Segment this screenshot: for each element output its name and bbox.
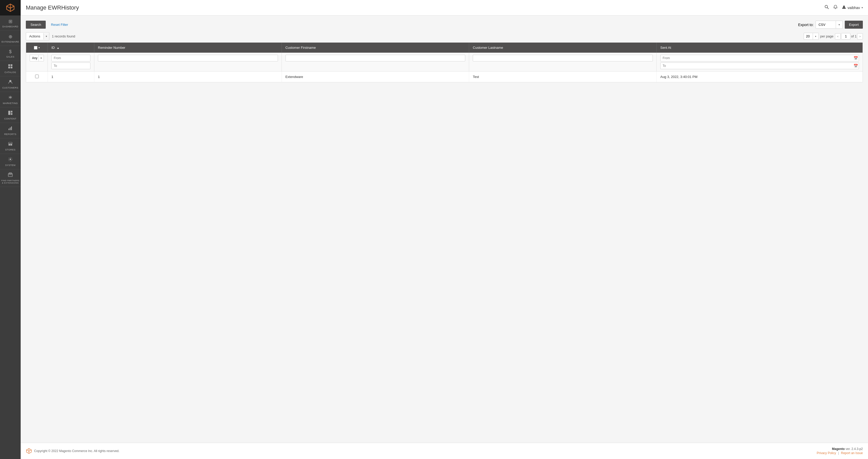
sent-at-to-wrap: 📅 [660,63,859,69]
sidebar-item-label: MARKETING [3,102,18,104]
sidebar-item-dashboard[interactable]: ⊞ DASHBOARD [0,15,21,31]
id-from-wrap [52,55,90,61]
svg-rect-5 [8,111,10,115]
topbar-actions: vaibhav ▾ [824,5,863,10]
records-found: 1 records found [52,34,75,38]
svg-rect-2 [8,67,10,68]
footer-version: ver. 2.4.3-p2 [845,447,863,451]
footer-right: Magento ver. 2.4.3-p2 Privacy Policy | R… [816,447,863,455]
svg-rect-3 [10,67,12,68]
filter-any-select[interactable]: Any Yes No [30,55,44,61]
sidebar-logo[interactable] [0,0,21,15]
footer-logo-icon [26,448,32,454]
th-id-label: ID [52,46,55,50]
row-customer-firstname: Extendware [282,71,469,83]
footer-separator: | [838,451,839,455]
sidebar: ⊞ DASHBOARD ⊕ EXTENDWARE $ SALES CATALOG… [0,0,21,459]
th-reminder-label: Reminder Number [98,46,125,50]
row-customer-lastname: Test [469,71,657,83]
th-sent-at: Sent At [656,42,863,53]
top-toolbar: Search Reset Filter Export to: CSV Excel… [26,21,863,29]
id-to-input[interactable] [52,63,90,69]
per-page-select-wrapper: 20 30 50 100 200 ▾ [804,33,819,40]
prev-page-button[interactable]: ‹ [835,33,841,39]
page-total: of 1 [851,34,857,38]
sidebar-item-find-partners[interactable]: FIND PARTNERS & EXTENSIONS [0,169,21,187]
catalog-icon [8,64,13,70]
sidebar-item-reports[interactable]: REPORTS [0,123,21,138]
id-to-wrap [52,63,90,69]
report-issue-link[interactable]: Report an Issue [841,451,863,455]
row-checkbox-cell [26,71,48,83]
dashboard-icon: ⊞ [8,19,12,24]
filter-row: Any Yes No ▾ [26,53,863,71]
sidebar-item-content[interactable]: CONTENT [0,107,21,123]
sidebar-item-label: SYSTEM [5,164,16,166]
page-title: Manage EWRHistory [26,4,79,11]
sidebar-item-label: EXTENDWARE [2,40,19,43]
notification-icon[interactable] [833,5,838,10]
filter-cell-reminder-number [94,53,282,71]
sent-at-to-input[interactable] [660,63,859,69]
lastname-filter-input[interactable] [473,55,653,61]
sidebar-item-system[interactable]: SYSTEM [0,154,21,169]
filter-any-wrapper: Any Yes No ▾ [30,55,44,61]
page-input[interactable] [841,33,850,39]
sidebar-item-sales[interactable]: $ SALES [0,46,21,61]
svg-rect-1 [10,64,12,66]
id-from-input[interactable] [52,55,90,61]
sent-at-from-calendar-icon[interactable]: 📅 [854,56,858,60]
toolbar-left: Search Reset Filter [26,21,71,29]
actions-area: Actions ▾ 1 records found [26,32,75,40]
th-id[interactable]: ID ▲ [48,42,94,53]
sales-icon: $ [9,49,11,55]
per-page-select[interactable]: 20 30 50 100 200 [804,33,818,39]
main-content: Manage EWRHistory vaibhav ▾ Search Reset [21,0,868,459]
data-table: ▾ ID ▲ Reminder Number Customer Firstnam… [26,42,863,82]
search-icon[interactable] [824,5,829,10]
export-label: Export to: [798,23,814,27]
th-firstname-label: Customer Firstname [285,46,316,50]
sent-at-to-calendar-icon[interactable]: 📅 [854,64,858,68]
row-sent-at: Aug 3, 2022, 3:40:01 PM [656,71,863,83]
sidebar-item-marketing[interactable]: MARKETING [0,92,21,107]
filter-cell-firstname [282,53,469,71]
sidebar-item-catalog[interactable]: CATALOG [0,61,21,76]
reminder-number-filter-input[interactable] [98,55,278,61]
sidebar-item-label: STORES [5,149,16,151]
footer-version-line: Magento ver. 2.4.3-p2 [816,447,863,451]
extendware-icon: ⊕ [8,34,12,39]
row-checkbox[interactable] [35,75,39,78]
filter-cell-id [48,53,94,71]
sidebar-item-customers[interactable]: CUSTOMERS [0,76,21,92]
user-icon [842,5,846,10]
content-icon [8,110,13,117]
row-id: 1 [48,71,94,83]
sort-asc-icon: ▲ [57,46,59,49]
firstname-filter-input[interactable] [285,55,466,61]
stores-icon [8,141,13,147]
th-lastname-label: Customer Lastname [473,46,503,50]
checkbox-dropdown-arrow[interactable]: ▾ [38,46,40,49]
sidebar-item-extendware[interactable]: ⊕ EXTENDWARE [0,31,21,46]
sidebar-item-label: SALES [6,56,14,58]
sidebar-item-label: CUSTOMERS [2,87,18,89]
search-button[interactable]: Search [26,21,46,29]
th-customer-firstname: Customer Firstname [282,42,469,53]
reset-filter-button[interactable]: Reset Filter [48,21,70,29]
next-page-button[interactable]: › [857,33,863,39]
privacy-policy-link[interactable]: Privacy Policy [816,451,836,455]
content-area: Search Reset Filter Export to: CSV Excel… [21,15,868,443]
user-dropdown-arrow: ▾ [862,6,863,9]
sidebar-item-stores[interactable]: STORES [0,138,21,154]
svg-rect-10 [11,127,12,130]
pagination: 20 30 50 100 200 ▾ per page ‹ of 1 › [804,33,863,40]
select-all-checkbox[interactable] [34,46,37,50]
svg-point-13 [9,159,11,160]
export-format-select[interactable]: CSV Excel XML [816,21,842,28]
sent-at-from-input[interactable] [660,55,859,61]
export-button[interactable]: Export [845,21,863,29]
actions-button[interactable]: Actions ▾ [26,32,49,40]
user-menu[interactable]: vaibhav ▾ [842,5,863,10]
th-reminder-number: Reminder Number [94,42,282,53]
